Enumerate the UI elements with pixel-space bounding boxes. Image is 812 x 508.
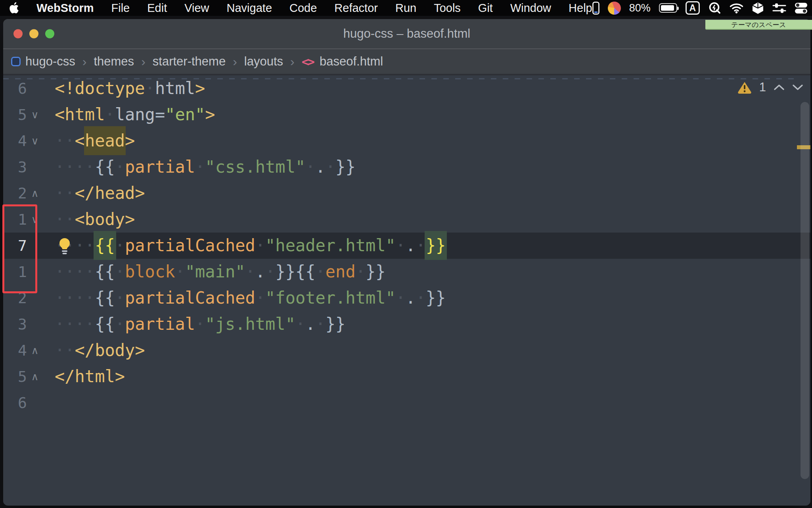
code-line-6[interactable]: 1∨··<body> xyxy=(3,206,810,233)
app-q-icon[interactable] xyxy=(708,2,721,15)
code-text[interactable]: </html> xyxy=(43,364,125,390)
code-line-8[interactable]: 1····{{·block·"main"·.·}}{{·end·}} xyxy=(3,259,810,285)
code-line-5[interactable]: 2∧··</head> xyxy=(3,180,810,206)
menu-item-refactor[interactable]: Refactor xyxy=(334,2,378,15)
scrollbar-thumb[interactable] xyxy=(801,102,809,479)
line-number[interactable]: 4 xyxy=(3,337,27,364)
gutter[interactable]: 1 xyxy=(3,259,43,285)
line-number[interactable]: 1 xyxy=(3,259,27,285)
gutter[interactable]: 4∧ xyxy=(3,337,43,364)
line-number[interactable]: 3 xyxy=(3,311,27,337)
code-text[interactable]: ··</body> xyxy=(43,337,145,364)
breadcrumb-item-themes[interactable]: themes xyxy=(94,54,134,69)
zoom-window-button[interactable] xyxy=(45,29,54,38)
fold-down-icon[interactable]: ∨ xyxy=(27,206,43,233)
line-number[interactable]: 5 xyxy=(3,102,27,128)
line-number[interactable]: 2 xyxy=(3,180,27,206)
breadcrumb-item-starter-theme[interactable]: starter-theme xyxy=(153,54,226,69)
gutter[interactable]: 6 xyxy=(3,390,43,416)
breadcrumb-item-layouts[interactable]: layouts xyxy=(244,54,283,69)
code-line-3[interactable]: 4∨··<head> xyxy=(3,128,810,154)
line-number[interactable]: 4 xyxy=(3,128,27,154)
token-kw: end xyxy=(326,262,356,281)
line-number[interactable]: 5 xyxy=(3,364,27,390)
phone-battery-icon[interactable] xyxy=(592,2,599,15)
menu-item-code[interactable]: Code xyxy=(289,2,317,15)
line-number[interactable]: 7 xyxy=(3,233,27,259)
token-punc: {{ xyxy=(95,157,115,177)
code-text[interactable]: ····{{·partialCached·"header.html"·.·}} xyxy=(43,233,446,259)
wifi-icon[interactable] xyxy=(730,3,743,13)
code-line-2[interactable]: 5∨<html·lang="en"> xyxy=(3,102,810,128)
code-line-4[interactable]: 3····{{·partial·"css.html"·.·}} xyxy=(3,154,810,180)
menu-item-window[interactable]: Window xyxy=(510,2,551,15)
menu-item-webstorm[interactable]: WebStorm xyxy=(36,2,94,15)
gutter[interactable]: 3 xyxy=(3,311,43,337)
line-number[interactable]: 2 xyxy=(3,285,27,311)
menu-item-help[interactable]: Help xyxy=(569,2,592,15)
token-func: partial xyxy=(125,314,195,334)
fold-up-icon[interactable]: ∧ xyxy=(27,180,43,206)
next-warning-button[interactable] xyxy=(792,84,803,91)
token-attrval: "en" xyxy=(165,105,205,124)
window-titlebar[interactable]: hugo-css – baseof.html xyxy=(3,19,810,49)
gutter[interactable]: 4∨ xyxy=(3,128,43,154)
previous-warning-button[interactable] xyxy=(774,84,785,91)
code-text[interactable]: <!doctype·html> xyxy=(43,75,205,102)
gutter[interactable]: 1∨ xyxy=(3,206,43,233)
code-text[interactable]: <html·lang="en"> xyxy=(43,102,215,128)
token-ws: · xyxy=(255,236,265,255)
apple-menu[interactable] xyxy=(9,2,19,14)
fold-up-icon[interactable]: ∧ xyxy=(27,364,43,390)
menu-item-navigate[interactable]: Navigate xyxy=(227,2,272,15)
close-window-button[interactable] xyxy=(13,29,23,38)
gutter[interactable]: 7 xyxy=(3,233,43,259)
inspection-widget[interactable]: 1 xyxy=(737,80,803,94)
battery-icon[interactable] xyxy=(659,3,677,13)
menu-item-edit[interactable]: Edit xyxy=(147,2,167,15)
control-center-icon[interactable] xyxy=(795,2,808,14)
fold-up-icon[interactable]: ∧ xyxy=(27,337,43,364)
code-line-9[interactable]: 2····{{·partialCached·"footer.html"·.·}} xyxy=(3,285,810,311)
code-text[interactable]: ····{{·block·"main"·.·}}{{·end·}} xyxy=(43,259,386,285)
fold-down-icon[interactable]: ∨ xyxy=(27,102,43,128)
disk-pie-icon[interactable] xyxy=(608,2,621,15)
line-number[interactable]: 1 xyxy=(3,206,27,233)
code-line-13[interactable]: 6 xyxy=(3,390,810,416)
gutter[interactable]: 5∧ xyxy=(3,364,43,390)
code-line-10[interactable]: 3····{{·partial·"js.html"·.·}} xyxy=(3,311,810,337)
code-text[interactable]: ··<body> xyxy=(43,206,135,233)
gutter[interactable]: 2∧ xyxy=(3,180,43,206)
gutter[interactable]: 3 xyxy=(3,154,43,180)
token-tag: <body> xyxy=(75,210,135,229)
sliders-icon[interactable] xyxy=(772,2,786,14)
gutter[interactable]: 5∨ xyxy=(3,102,43,128)
code-line-12[interactable]: 5∧</html> xyxy=(3,364,810,390)
code-text[interactable]: ··<head> xyxy=(43,128,135,154)
menu-item-tools[interactable]: Tools xyxy=(434,2,461,15)
code-text[interactable]: ····{{·partialCached·"footer.html"·.·}} xyxy=(43,285,446,311)
menu-item-git[interactable]: Git xyxy=(478,2,493,15)
code-text[interactable]: ····{{·partial·"js.html"·.·}} xyxy=(43,311,345,337)
breadcrumb-item-hugo-css[interactable]: hugo-css xyxy=(11,54,75,69)
breadcrumb-item-baseof.html[interactable]: <>baseof.html xyxy=(302,54,383,69)
fold-down-icon[interactable]: ∨ xyxy=(27,128,43,154)
code-line-11[interactable]: 4∧··</body> xyxy=(3,337,810,364)
code-line-7[interactable]: 7····{{·partialCached·"header.html"·.·}} xyxy=(3,233,810,259)
code-text[interactable] xyxy=(43,390,55,416)
code-text[interactable]: ··</head> xyxy=(43,180,145,206)
line-number[interactable]: 3 xyxy=(3,154,27,180)
gutter[interactable]: 2 xyxy=(3,285,43,311)
line-number[interactable]: 6 xyxy=(3,390,27,416)
code-text[interactable]: ····{{·partial·"css.html"·.·}} xyxy=(43,154,356,180)
menu-item-file[interactable]: File xyxy=(111,2,130,15)
minimize-window-button[interactable] xyxy=(29,29,38,38)
cube-icon[interactable] xyxy=(752,2,764,15)
menu-item-run[interactable]: Run xyxy=(395,2,416,15)
code-editor[interactable]: 6<!doctype·html>5∨<html·lang="en">4∨··<h… xyxy=(3,75,810,503)
menu-item-view[interactable]: View xyxy=(184,2,209,15)
input-source-icon[interactable]: A xyxy=(686,1,700,15)
gutter[interactable]: 6 xyxy=(3,75,43,102)
line-number[interactable]: 6 xyxy=(3,75,27,102)
code-line-1[interactable]: 6<!doctype·html> xyxy=(3,75,810,102)
